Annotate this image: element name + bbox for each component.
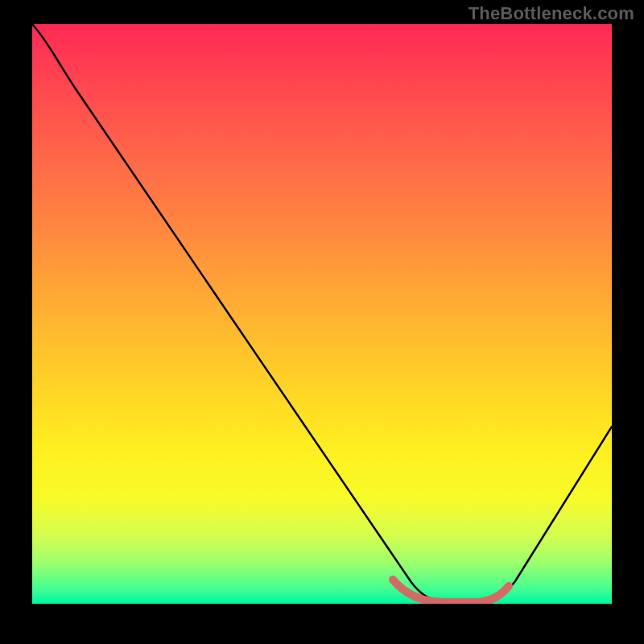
watermark-text: TheBottleneck.com bbox=[469, 3, 634, 24]
chart-container: TheBottleneck.com bbox=[0, 0, 644, 644]
curve-svg bbox=[32, 24, 612, 604]
plot-area bbox=[32, 24, 612, 604]
plot-clip bbox=[32, 24, 612, 604]
highlighted-minimum bbox=[393, 580, 509, 602]
bottleneck-curve bbox=[32, 24, 612, 602]
